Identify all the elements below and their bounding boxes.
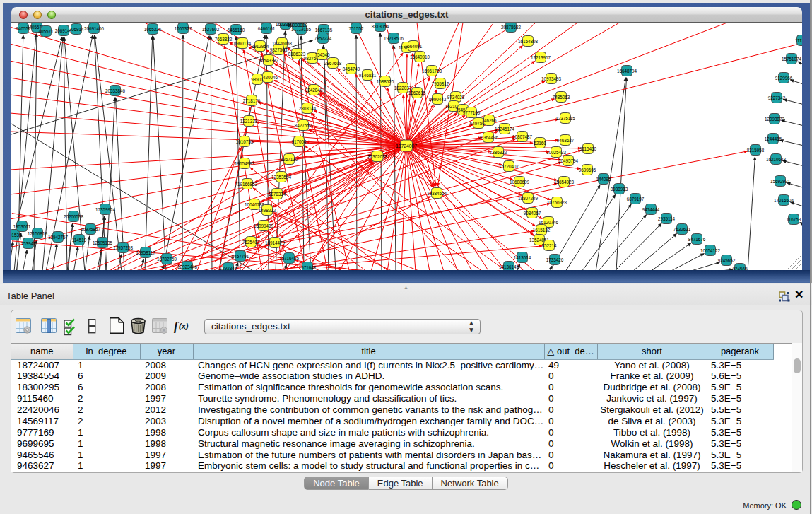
svg-text:10046788: 10046788 <box>245 202 265 207</box>
svg-text:15654923: 15654923 <box>554 180 575 185</box>
svg-text:7955812: 7955812 <box>432 81 449 86</box>
svg-text:19166852: 19166852 <box>237 182 258 187</box>
svg-text:1244415: 1244415 <box>765 136 782 141</box>
svg-text:8912954: 8912954 <box>252 44 269 49</box>
svg-text:16210643: 16210643 <box>766 157 787 162</box>
svg-text:12093872: 12093872 <box>765 117 785 122</box>
svg-text:144095: 144095 <box>596 177 611 182</box>
svg-text:1733426: 1733426 <box>546 257 564 262</box>
svg-text:2867608: 2867608 <box>324 61 342 66</box>
svg-text:206914: 206914 <box>69 27 84 32</box>
svg-text:9245652: 9245652 <box>718 258 736 263</box>
svg-text:1588520: 1588520 <box>377 79 394 84</box>
svg-text:16099489: 16099489 <box>254 223 274 228</box>
svg-text:10958117: 10958117 <box>136 250 155 255</box>
svg-text:7386322: 7386322 <box>490 150 507 155</box>
svg-text:6466160: 6466160 <box>228 28 245 33</box>
svg-text:1498222: 1498222 <box>259 208 276 213</box>
svg-text:1953061: 1953061 <box>13 224 31 229</box>
svg-text:7485063: 7485063 <box>553 95 570 100</box>
svg-text:917004: 917004 <box>291 139 307 144</box>
svg-text:5878334: 5878334 <box>269 192 286 197</box>
svg-text:62160: 62160 <box>534 141 546 146</box>
svg-text:9129966: 9129966 <box>775 76 793 81</box>
svg-text:8427552: 8427552 <box>295 123 312 128</box>
svg-text:18245174: 18245174 <box>495 127 515 132</box>
svg-text:15692931: 15692931 <box>770 179 791 184</box>
svg-text:9777169: 9777169 <box>463 110 481 115</box>
svg-text:1822037: 1822037 <box>394 86 412 90</box>
svg-text:9463627: 9463627 <box>557 138 575 143</box>
svg-text:16640910: 16640910 <box>410 54 430 59</box>
svg-text:7663822: 7663822 <box>215 37 233 42</box>
svg-text:14136141: 14136141 <box>499 264 519 269</box>
svg-text:1065327: 1065327 <box>175 26 192 31</box>
svg-text:852214: 852214 <box>541 243 557 248</box>
svg-text:12923446: 12923446 <box>177 264 198 269</box>
svg-text:9699695: 9699695 <box>579 168 596 173</box>
svg-text:20533846: 20533846 <box>105 88 126 93</box>
svg-text:114519: 114519 <box>72 238 87 243</box>
svg-text:10756928: 10756928 <box>547 200 567 205</box>
svg-text:1527602: 1527602 <box>202 27 220 32</box>
svg-text:8813054: 8813054 <box>372 24 389 29</box>
svg-text:12505135: 12505135 <box>93 240 113 245</box>
svg-text:754546: 754546 <box>314 52 330 57</box>
svg-text:3267130: 3267130 <box>281 157 298 162</box>
svg-text:9242848: 9242848 <box>305 88 323 93</box>
svg-text:1362615: 1362615 <box>408 90 426 95</box>
svg-text:7857224: 7857224 <box>314 36 332 41</box>
svg-text:10688609: 10688609 <box>510 180 530 185</box>
svg-text:8938913: 8938913 <box>611 187 628 192</box>
svg-text:111253: 111253 <box>795 38 802 43</box>
svg-text:751552: 751552 <box>348 26 364 31</box>
svg-text:8454749: 8454749 <box>343 66 360 71</box>
svg-text:1667135: 1667135 <box>315 28 333 33</box>
svg-text:153941: 153941 <box>20 241 36 246</box>
svg-text:10975857: 10975857 <box>81 227 101 232</box>
svg-text:1571648: 1571648 <box>299 265 317 270</box>
svg-text:8215958: 8215958 <box>747 148 765 153</box>
svg-text:18807249: 18807249 <box>518 196 539 201</box>
svg-text:2718176: 2718176 <box>243 98 261 103</box>
svg-text:8960124: 8960124 <box>234 41 252 46</box>
svg-text:17359924: 17359924 <box>95 207 116 212</box>
svg-text:6466161: 6466161 <box>258 26 276 31</box>
svg-text:12942757: 12942757 <box>48 235 69 240</box>
svg-text:9115460: 9115460 <box>579 146 597 151</box>
svg-text:8990443: 8990443 <box>429 97 447 102</box>
svg-text:10654122: 10654122 <box>700 248 721 253</box>
svg-text:9474444: 9474444 <box>642 207 660 212</box>
svg-text:19384554: 19384554 <box>427 191 447 196</box>
svg-text:9227342: 9227342 <box>768 95 786 100</box>
svg-text:16154808: 16154808 <box>518 39 539 44</box>
svg-text:7632621: 7632621 <box>673 227 691 232</box>
svg-text:8471676: 8471676 <box>688 237 706 242</box>
svg-text:2803144: 2803144 <box>299 106 317 111</box>
svg-text:9827503: 9827503 <box>270 47 288 52</box>
svg-text:2935114: 2935114 <box>658 216 676 221</box>
svg-text:405571: 405571 <box>38 29 54 34</box>
svg-text:9146821: 9146821 <box>359 73 377 78</box>
svg-text:20206538: 20206538 <box>64 214 84 219</box>
svg-text:1664091: 1664091 <box>405 44 423 49</box>
svg-text:20364436: 20364436 <box>478 135 499 140</box>
svg-text:12213967: 12213967 <box>531 55 551 60</box>
svg-text:19654983: 19654983 <box>235 161 255 166</box>
svg-text:18724007: 18724007 <box>396 144 417 148</box>
svg-text:1413614: 1413614 <box>514 255 531 260</box>
svg-text:16120746: 16120746 <box>539 220 559 225</box>
svg-text:391539: 391539 <box>11 233 22 238</box>
svg-text:1221338: 1221338 <box>240 119 258 124</box>
svg-text:16782759: 16782759 <box>157 257 177 262</box>
svg-text:12353594: 12353594 <box>271 175 292 180</box>
svg-text:15751074: 15751074 <box>782 57 802 62</box>
svg-text:1610755: 1610755 <box>236 139 254 144</box>
svg-text:10025433: 10025433 <box>546 150 567 155</box>
svg-text:9084067: 9084067 <box>524 211 541 216</box>
svg-text:924565: 924565 <box>732 267 748 271</box>
svg-text:15716485: 15716485 <box>279 256 300 261</box>
svg-text:12156819: 12156819 <box>28 231 48 236</box>
svg-text:(x): (x) <box>179 322 189 330</box>
svg-text:16033810: 16033810 <box>288 23 308 28</box>
